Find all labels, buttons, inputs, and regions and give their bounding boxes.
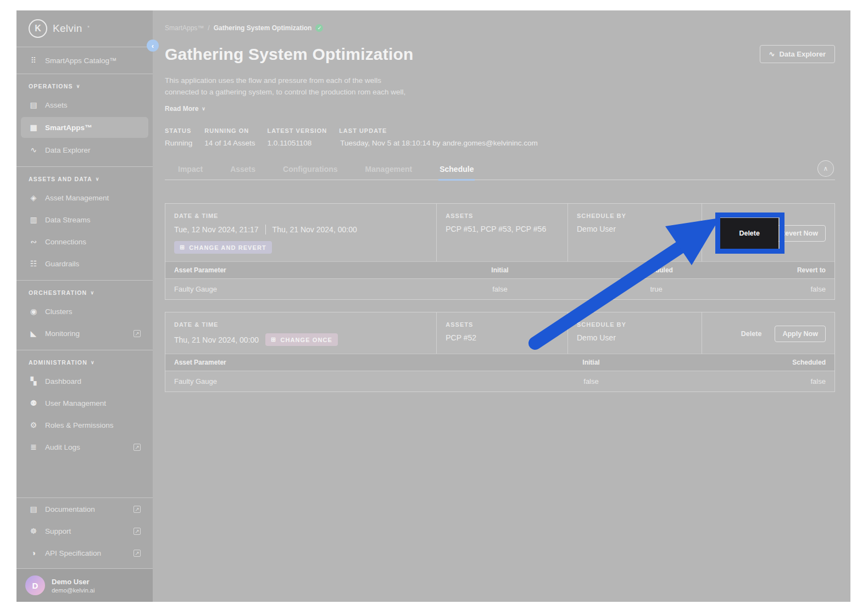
dashboard-icon: ▚ xyxy=(29,377,38,385)
external-link-icon: ↗ xyxy=(133,506,141,513)
verified-check-icon: ✓ xyxy=(315,24,323,32)
brand-logo[interactable]: K Kelvin ˚ xyxy=(16,10,153,47)
brand-name: Kelvin xyxy=(53,23,82,35)
sidebar-item-label: SmartApps Catalog™ xyxy=(45,57,117,65)
chevron-down-icon: ∨ xyxy=(90,290,94,295)
external-link-icon: ↗ xyxy=(133,330,141,337)
app-description: This application uses the flow and press… xyxy=(165,75,407,98)
sidebar-item-asset-management[interactable]: ◈ Asset Management xyxy=(16,187,153,209)
revert-now-button[interactable]: Revert Now xyxy=(772,225,826,242)
user-profile[interactable]: D Demo User demo@kelvin.ai xyxy=(16,569,153,602)
tab-impact[interactable]: Impact xyxy=(177,161,204,180)
chevron-left-icon: ‹ xyxy=(152,42,154,50)
code-log-icon: ≣ xyxy=(29,443,38,451)
users-icon: ⚉ xyxy=(29,399,38,407)
divider xyxy=(265,225,266,234)
chevron-down-icon: ∨ xyxy=(96,176,100,182)
sidebar-item-monitoring[interactable]: ◣ Monitoring ↗ xyxy=(16,322,153,344)
bar-chart-icon: ▥ xyxy=(29,215,38,224)
gear-user-icon: ⚙ xyxy=(29,421,38,429)
document-icon: ▤ xyxy=(29,505,38,513)
sidebar-section-administration[interactable]: ADMINISTRATION ∨ xyxy=(16,350,153,370)
avatar: D xyxy=(25,575,45,595)
delete-button[interactable]: Delete xyxy=(741,330,762,338)
calendar-icon: ⊞ xyxy=(271,336,276,343)
tab-configurations[interactable]: Configurations xyxy=(282,161,339,180)
table-row: Faulty Gauge false false xyxy=(165,371,834,392)
sidebar-collapse-button[interactable]: ‹ xyxy=(147,40,159,52)
asset-management-icon: ◈ xyxy=(29,193,38,202)
assets-value: PCP #51, PCP #53, PCP #56 xyxy=(446,225,559,233)
user-email: demo@kelvin.ai xyxy=(52,587,94,594)
sidebar-item-connections[interactable]: ∾ Connections xyxy=(16,231,153,253)
sidebar-item-support[interactable]: ☸ Support ↗ xyxy=(16,520,153,542)
schedule-start: Tue, 12 Nov 2024, 21:17 xyxy=(174,225,259,234)
sidebar: ‹ K Kelvin ˚ ⠿ SmartApps Catalog™ OPERAT… xyxy=(16,10,153,602)
tab-schedule[interactable]: Schedule xyxy=(438,161,475,181)
tab-bar: Impact Assets Configurations Management … xyxy=(165,161,835,180)
lifebuoy-icon: ☸ xyxy=(29,527,38,535)
sidebar-item-data-explorer[interactable]: ∿ Data Explorer xyxy=(16,139,153,161)
schedule-by-label: SCHEDULE BY xyxy=(577,213,693,219)
sidebar-item-dashboard[interactable]: ▚ Dashboard xyxy=(16,370,153,392)
sidebar-item-documentation[interactable]: ▤ Documentation ↗ xyxy=(16,498,153,520)
schedule-start: Thu, 21 Nov 2024, 00:00 xyxy=(174,336,259,344)
sidebar-item-smartapps[interactable]: ▦ SmartApps™ xyxy=(21,117,148,138)
page-title: Gathering System Optimization xyxy=(165,45,414,64)
breadcrumb-current: Gathering System Optimization xyxy=(214,24,312,32)
external-link-icon: ↗ xyxy=(133,550,141,557)
app-window: ‹ K Kelvin ˚ ⠿ SmartApps Catalog™ OPERAT… xyxy=(16,10,850,602)
external-link-icon: ↗ xyxy=(133,528,141,535)
breadcrumb-root[interactable]: SmartApps™ xyxy=(165,24,204,32)
sidebar-item-audit-logs[interactable]: ≣ Audit Logs ↗ xyxy=(16,436,153,458)
status-label: STATUS xyxy=(165,127,192,134)
sidebar-section-orchestration[interactable]: ORCHESTRATION ∨ xyxy=(16,281,153,300)
collapse-section-button[interactable]: ∧ xyxy=(817,160,834,177)
schedule-by-label: SCHEDULE BY xyxy=(577,321,693,328)
chevron-down-icon: ∨ xyxy=(202,106,205,111)
waveform-icon: ∿ xyxy=(769,50,775,58)
last-update-label: LAST UPDATE xyxy=(339,127,538,134)
table-row: Faulty Gauge false true false xyxy=(165,278,834,299)
latest-version-value: 1.0.11051108 xyxy=(268,139,327,147)
schedule-card-2: DATE & TIME Thu, 21 Nov 2024, 00:00 ⊞ CH… xyxy=(165,312,835,392)
running-on-label: RUNNING ON xyxy=(204,127,255,134)
sidebar-item-guardrails[interactable]: ☷ Guardrails xyxy=(16,253,153,275)
last-update-value: Tuesday, Nov 5 at 18:10:14 by andre.gome… xyxy=(339,139,538,147)
data-explorer-button[interactable]: ∿ Data Explorer xyxy=(760,45,835,63)
connections-icon: ∾ xyxy=(29,237,38,246)
main-content: SmartApps™ / Gathering System Optimizati… xyxy=(153,10,850,602)
tab-management[interactable]: Management xyxy=(364,161,414,180)
user-name: Demo User xyxy=(52,578,94,586)
sidebar-item-api-specification[interactable]: ◑ API Specification ↗ xyxy=(16,542,153,564)
sidebar-item-user-management[interactable]: ⚉ User Management xyxy=(16,392,153,414)
brand-mark: ˚ xyxy=(88,26,90,32)
guardrail-icon: ☷ xyxy=(29,259,38,268)
sidebar-section-assets-and-data[interactable]: ASSETS AND DATA ∨ xyxy=(16,167,153,187)
assets-label: ASSETS xyxy=(446,213,559,219)
running-on-value: 14 of 14 Assets xyxy=(204,139,255,147)
schedule-by-value: Demo User xyxy=(577,333,693,342)
sidebar-item-roles-permissions[interactable]: ⚙ Roles & Permissions xyxy=(16,414,153,436)
sidebar-item-data-streams[interactable]: ▥ Data Streams xyxy=(16,209,153,231)
external-link-icon: ↗ xyxy=(133,444,141,451)
sidebar-item-smartapps-catalog[interactable]: ⠿ SmartApps Catalog™ xyxy=(16,47,153,74)
read-more-toggle[interactable]: Read More ∨ xyxy=(165,105,205,113)
kelvin-logo-icon: K xyxy=(29,19,47,38)
sidebar-section-operations[interactable]: OPERATIONS ∨ xyxy=(16,74,153,94)
breadcrumb-separator: / xyxy=(208,24,209,32)
status-bar: STATUS Running RUNNING ON 14 of 14 Asset… xyxy=(165,127,835,147)
api-globe-icon: ◑ xyxy=(29,549,38,557)
assets-label: ASSETS xyxy=(446,321,559,328)
tab-assets[interactable]: Assets xyxy=(229,161,257,180)
table-header: Asset Parameter Initial Scheduled xyxy=(165,354,834,371)
waveform-icon: ∿ xyxy=(29,146,38,154)
delete-button[interactable]: Delete xyxy=(720,218,778,249)
chevron-down-icon: ∨ xyxy=(91,360,95,365)
smartapps-icon: ▦ xyxy=(29,123,38,132)
apply-now-button[interactable]: Apply Now xyxy=(775,326,826,342)
sidebar-item-assets[interactable]: ▤ Assets xyxy=(16,94,153,116)
chevron-down-icon: ∨ xyxy=(76,83,81,89)
sidebar-item-clusters[interactable]: ◉ Clusters xyxy=(16,300,153,322)
monitoring-chart-icon: ◣ xyxy=(29,329,38,338)
